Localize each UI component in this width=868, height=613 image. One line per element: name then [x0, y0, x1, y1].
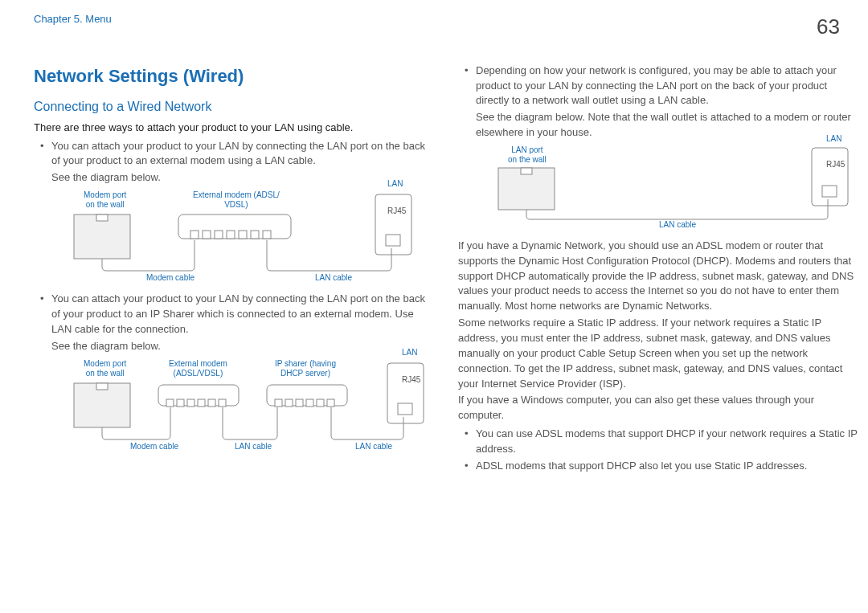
svg-rect-20	[219, 399, 226, 407]
bullet-item: Depending on how your network is configu…	[476, 63, 860, 109]
bullet-item: You can attach your product to your LAN …	[51, 292, 436, 337]
bullet-item: You can attach your product to your LAN …	[51, 139, 436, 170]
svg-rect-8	[251, 231, 259, 239]
svg-rect-6	[227, 231, 235, 239]
svg-rect-23	[285, 399, 293, 407]
svg-rect-19	[208, 399, 215, 407]
svg-rect-5	[215, 231, 223, 239]
bullet-item: ADSL modems that support DHCP also let y…	[476, 459, 860, 474]
right-column: Depending on how your network is configu…	[458, 63, 860, 476]
page-number: 63	[817, 12, 840, 43]
svg-rect-7	[239, 231, 247, 239]
svg-rect-31	[521, 168, 532, 174]
svg-rect-33	[822, 186, 837, 197]
svg-rect-16	[177, 399, 184, 407]
paragraph: Some networks require a Static IP addres…	[458, 316, 860, 391]
bullet-item: You can use ADSL modems that support DHC…	[476, 427, 860, 457]
paragraph: If you have a Windows computer, you can …	[458, 393, 860, 423]
svg-rect-15	[166, 399, 174, 407]
svg-rect-9	[263, 231, 271, 239]
svg-rect-11	[386, 235, 400, 246]
see-diagram-text: See the diagram below. Note that the wal…	[458, 110, 860, 141]
svg-rect-22	[275, 399, 282, 407]
svg-rect-17	[187, 399, 194, 407]
svg-rect-29	[398, 403, 412, 415]
svg-rect-4	[203, 231, 211, 239]
diagram-modem-direct: Modem porton the wall External modem (AD…	[66, 190, 420, 287]
svg-rect-13	[96, 383, 108, 390]
left-column: Network Settings (Wired) Connecting to a…	[34, 63, 436, 476]
see-diagram-text: See the diagram below.	[34, 339, 436, 354]
see-diagram-text: See the diagram below.	[34, 170, 436, 186]
svg-rect-26	[317, 399, 324, 407]
svg-rect-1	[96, 215, 108, 221]
svg-rect-25	[306, 399, 313, 407]
diagram-ip-sharer: Modem porton the wall External modem(ADS…	[66, 359, 436, 456]
svg-rect-18	[198, 399, 205, 407]
chapter-link[interactable]: Chapter 5. Menu	[34, 12, 112, 27]
subsection-heading: Connecting to a Wired Network	[34, 97, 436, 116]
section-heading: Network Settings (Wired)	[34, 63, 436, 89]
diagram-wall-direct: LAN porton the wall LAN RJ45 LAN cable	[490, 145, 860, 234]
svg-rect-27	[327, 399, 334, 407]
intro-text: There are three ways to attach your prod…	[34, 121, 436, 136]
svg-rect-3	[190, 231, 199, 239]
svg-rect-24	[296, 399, 303, 407]
paragraph: If you have a Dynamic Network, you shoul…	[458, 239, 860, 314]
